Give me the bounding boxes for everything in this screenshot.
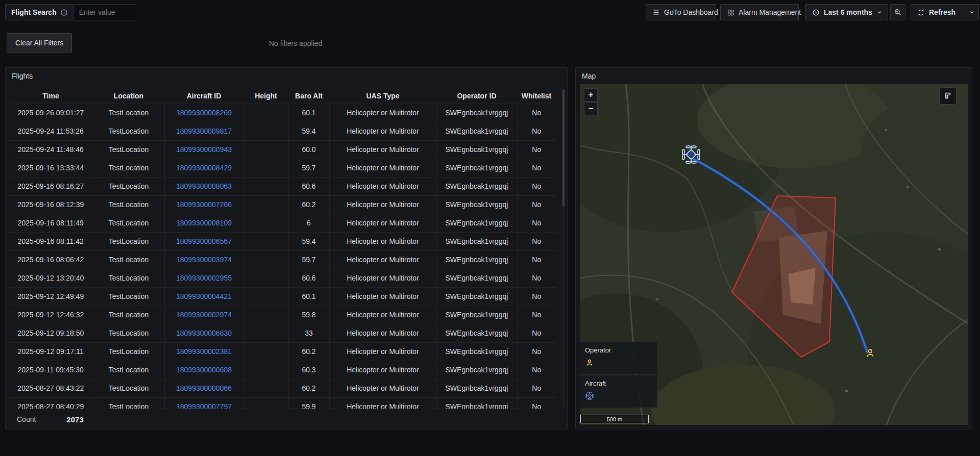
filters-status-text: No filters applied — [269, 39, 322, 47]
cell-time: 2025-09-16 13:33:44 — [9, 159, 93, 177]
refresh-button[interactable]: Refresh — [911, 4, 979, 20]
cell-aircraft-id: 18099300002955 — [164, 269, 243, 287]
cell-height — [243, 324, 288, 342]
table-row: 2025-09-12 09:18:50TestLocation180993000… — [9, 324, 556, 342]
flight-search-input[interactable] — [74, 4, 137, 20]
cell-location: TestLocation — [93, 214, 164, 232]
alarm-management-button[interactable]: Alarm Management — [720, 4, 799, 20]
table-row: 2025-09-11 09:45:30TestLocation180993000… — [9, 361, 556, 379]
cell-aircraft-id: 18099300009817 — [164, 122, 243, 140]
table-row: 2025-08-27 08:43:22TestLocation180993000… — [9, 379, 556, 397]
time-range-label: Last 6 months — [824, 8, 872, 16]
cell-aircraft-id: 18099300002381 — [164, 342, 243, 361]
flights-table-container[interactable]: Time Location Aircraft ID Height Baro Al… — [9, 88, 560, 409]
cell-whitelist: No — [517, 104, 556, 122]
aircraft-id-link[interactable]: 18099300002974 — [176, 311, 232, 319]
map-zoom-out-button[interactable]: − — [584, 102, 598, 115]
map-legend: Operator Aircraft — [580, 342, 657, 409]
cell-baro-alt: 59.7 — [288, 159, 329, 177]
cell-operator-id: SWEgnbcak1vrggqj — [436, 324, 517, 342]
cell-height — [243, 306, 288, 324]
cell-whitelist: No — [517, 214, 556, 232]
aircraft-id-link[interactable]: 18099300000943 — [176, 145, 232, 154]
cell-location: TestLocation — [93, 104, 164, 122]
table-scrollbar[interactable] — [562, 89, 565, 408]
aircraft-id-link[interactable]: 18099300006567 — [176, 237, 232, 245]
aircraft-id-link[interactable]: 18099300008429 — [176, 164, 232, 172]
cell-whitelist: No — [517, 195, 556, 214]
column-header-uas-type[interactable]: UAS Type — [329, 88, 436, 104]
refresh-icon — [917, 9, 925, 16]
column-header-aircraft-id[interactable]: Aircraft ID — [164, 88, 243, 104]
menu-icon — [652, 9, 660, 16]
aircraft-id-link[interactable]: 18099300009817 — [176, 127, 232, 135]
aircraft-id-link[interactable]: 18099300006830 — [176, 329, 232, 337]
time-zoom-out-button[interactable] — [890, 4, 905, 20]
cell-operator-id: SWEgnbcak1vrggqj — [436, 342, 517, 361]
legend-aircraft: Aircraft — [580, 375, 657, 408]
aircraft-id-link[interactable]: 18099300000066 — [176, 384, 232, 392]
cell-aircraft-id: 18099300003974 — [164, 250, 243, 269]
cell-location: TestLocation — [93, 159, 164, 177]
cell-whitelist: No — [517, 159, 556, 177]
cell-operator-id: SWEgnbcak1vrggqj — [436, 122, 517, 140]
aircraft-id-link[interactable]: 18099300007797 — [176, 402, 232, 409]
cell-time: 2025-09-26 09:01:27 — [9, 104, 93, 122]
table-scrollbar-thumb[interactable] — [562, 89, 565, 207]
aircraft-id-link[interactable]: 18099300008109 — [176, 219, 232, 227]
cell-height — [243, 177, 288, 195]
aircraft-id-link[interactable]: 18099300008269 — [176, 109, 232, 117]
table-row: 2025-09-12 12:49:49TestLocation180993000… — [9, 287, 556, 306]
column-header-whitelist[interactable]: Whitelist — [517, 88, 556, 104]
refresh-dropdown-caret[interactable] — [965, 5, 978, 20]
cell-uas-type: Helicopter or Multirotor — [329, 232, 436, 250]
cell-height — [243, 287, 288, 306]
clear-all-filters-button[interactable]: Clear All Filters — [7, 33, 72, 53]
cell-operator-id: SWEgnbcak1vrggqj — [436, 306, 517, 324]
cell-uas-type: Helicopter or Multirotor — [329, 397, 436, 409]
alarm-management-label: Alarm Management — [739, 8, 801, 16]
aircraft-id-link[interactable]: 18099300008063 — [176, 182, 232, 190]
table-header-row: Time Location Aircraft ID Height Baro Al… — [9, 88, 556, 104]
time-range-picker[interactable]: Last 6 months — [805, 4, 888, 20]
cell-location: TestLocation — [93, 232, 164, 250]
goto-dashboard-button[interactable]: GoTo Dashboard — [646, 4, 716, 20]
aircraft-id-link[interactable]: 18099300002381 — [176, 347, 232, 356]
cell-aircraft-id: 18099300008429 — [164, 159, 243, 177]
cell-operator-id: SWEgnbcak1vrggqj — [436, 195, 517, 214]
refresh-label: Refresh — [929, 8, 955, 16]
aircraft-id-link[interactable]: 18099300002955 — [176, 274, 232, 282]
map-scale-label: 500 m — [607, 416, 623, 422]
map-zoom-in-button[interactable]: + — [584, 88, 598, 102]
column-header-location[interactable]: Location — [93, 88, 164, 104]
zoom-out-icon — [894, 8, 902, 16]
map-zoom-controls: + − — [584, 88, 598, 115]
count-footer: Count 2073 — [6, 409, 567, 429]
aircraft-id-link[interactable]: 18099300003974 — [176, 256, 232, 264]
cell-height — [243, 122, 288, 140]
cell-operator-id: SWEgnbcak1vrggqj — [436, 287, 517, 306]
aircraft-id-link[interactable]: 18099300004421 — [176, 292, 232, 300]
cell-time: 2025-09-16 08:11:49 — [9, 214, 93, 232]
column-header-operator-id[interactable]: Operator ID — [436, 88, 517, 104]
map-panel: Map — [575, 67, 972, 429]
column-header-baro-alt[interactable]: Baro Alt — [288, 88, 329, 104]
legend-operator: Operator — [580, 342, 657, 374]
info-circle-icon[interactable] — [60, 9, 68, 16]
table-row: 2025-09-16 08:11:49TestLocation180993000… — [9, 214, 556, 232]
aircraft-id-link[interactable]: 18099300000608 — [176, 366, 232, 374]
measure-tool-button[interactable] — [939, 87, 957, 105]
cell-time: 2025-09-12 12:46:32 — [9, 306, 93, 324]
map-canvas[interactable]: + − Operator Airc — [580, 84, 968, 425]
measure-icon — [943, 91, 952, 100]
flights-table: Time Location Aircraft ID Height Baro Al… — [9, 88, 556, 409]
cell-location: TestLocation — [93, 269, 164, 287]
count-label: Count — [17, 415, 36, 423]
column-header-time[interactable]: Time — [9, 88, 93, 104]
aircraft-id-link[interactable]: 18099300007266 — [176, 200, 232, 209]
cell-whitelist: No — [517, 287, 556, 306]
cell-time: 2025-09-24 11:53:26 — [9, 122, 93, 140]
cell-time: 2025-09-12 12:49:49 — [9, 287, 93, 306]
cell-time: 2025-09-24 11:48:46 — [9, 140, 93, 159]
column-header-height[interactable]: Height — [243, 88, 288, 104]
